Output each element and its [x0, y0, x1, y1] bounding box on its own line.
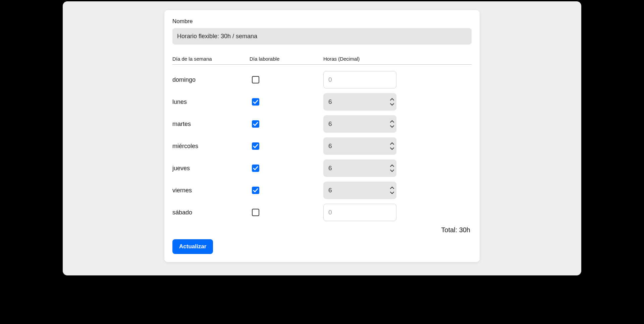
hours-stepper — [390, 186, 394, 194]
header-workday: Día laborable — [250, 56, 323, 62]
chevron-down-icon — [390, 147, 394, 150]
workday-checkbox[interactable] — [252, 142, 259, 150]
stepper-down-button[interactable] — [390, 103, 394, 106]
chevron-down-icon — [390, 103, 394, 106]
stepper-down-button[interactable] — [390, 147, 394, 150]
workday-checkbox[interactable] — [252, 98, 259, 106]
total-label: Total: 30h — [172, 226, 472, 234]
chevron-down-icon — [390, 125, 394, 128]
update-button[interactable]: Actualizar — [172, 239, 213, 254]
check-icon — [253, 121, 258, 127]
hours-stepper — [390, 142, 394, 150]
chevron-up-icon — [390, 98, 394, 101]
check-icon — [253, 166, 258, 171]
day-name: lunes — [172, 99, 250, 106]
chevron-up-icon — [390, 142, 394, 145]
hours-input[interactable] — [323, 93, 396, 111]
hours-stepper — [390, 120, 394, 128]
stepper-down-button[interactable] — [390, 125, 394, 128]
workday-checkbox[interactable] — [252, 209, 259, 216]
chevron-up-icon — [390, 187, 394, 189]
table-row: sábado — [172, 201, 472, 223]
chevron-up-icon — [390, 120, 394, 123]
stepper-up-button[interactable] — [390, 98, 394, 101]
hours-input[interactable] — [323, 182, 396, 199]
table-headers: Día de la semana Día laborable Horas (De… — [172, 56, 472, 65]
check-icon — [253, 99, 258, 105]
workday-checkbox[interactable] — [252, 76, 259, 83]
chevron-down-icon — [390, 191, 394, 194]
stepper-up-button[interactable] — [390, 120, 394, 123]
stepper-down-button[interactable] — [390, 191, 394, 194]
stepper-up-button[interactable] — [390, 164, 394, 168]
day-name: sábado — [172, 209, 250, 216]
check-icon — [253, 188, 258, 193]
table-row: jueves — [172, 157, 472, 179]
page-background: Nombre Día de la semana Día laborable Ho… — [63, 1, 581, 275]
hours-stepper — [390, 164, 394, 172]
day-name: miércoles — [172, 143, 250, 150]
name-label: Nombre — [172, 18, 472, 25]
table-row: martes — [172, 113, 472, 135]
table-row: domingo — [172, 69, 472, 91]
stepper-up-button[interactable] — [390, 186, 394, 190]
day-name: jueves — [172, 165, 250, 172]
table-row: lunes — [172, 91, 472, 113]
hours-input[interactable] — [323, 159, 396, 177]
table-row: miércoles — [172, 135, 472, 157]
workday-checkbox[interactable] — [252, 187, 259, 194]
table-row: viernes — [172, 179, 472, 201]
workday-checkbox[interactable] — [252, 165, 259, 172]
hours-input[interactable] — [323, 71, 396, 88]
hours-stepper — [390, 98, 394, 106]
chevron-down-icon — [390, 169, 394, 172]
schedule-form-card: Nombre Día de la semana Día laborable Ho… — [164, 10, 480, 262]
chevron-up-icon — [390, 165, 394, 167]
schedule-table: Día de la semana Día laborable Horas (De… — [172, 56, 472, 223]
check-icon — [253, 143, 258, 149]
workday-checkbox[interactable] — [252, 120, 259, 128]
hours-input[interactable] — [323, 137, 396, 155]
stepper-down-button[interactable] — [390, 169, 394, 172]
day-name: viernes — [172, 187, 250, 194]
hours-input[interactable] — [323, 204, 396, 221]
header-day: Día de la semana — [172, 56, 250, 62]
day-name: domingo — [172, 76, 250, 83]
hours-input[interactable] — [323, 115, 396, 133]
header-hours: Horas (Decimal) — [323, 56, 400, 62]
stepper-up-button[interactable] — [390, 142, 394, 145]
day-name: martes — [172, 121, 250, 128]
name-input[interactable] — [172, 28, 472, 45]
